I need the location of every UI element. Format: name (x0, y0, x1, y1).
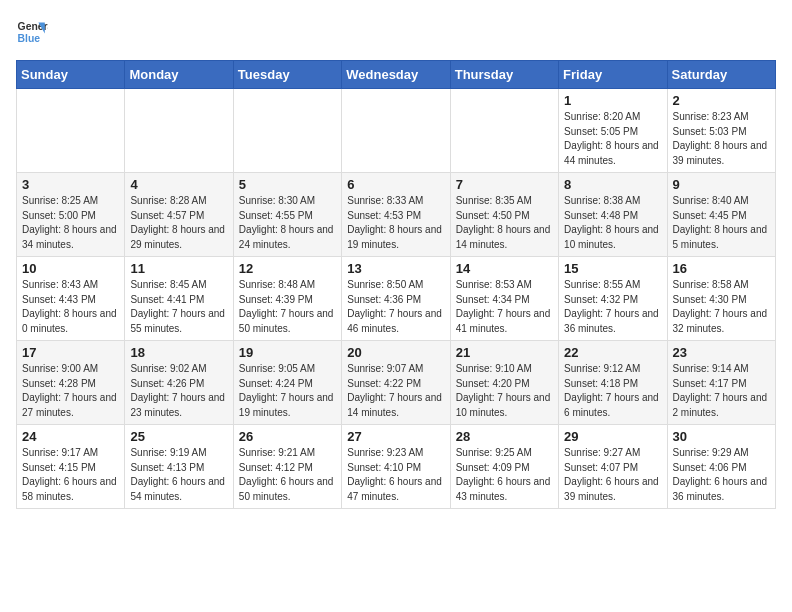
calendar-cell: 16Sunrise: 8:58 AMSunset: 4:30 PMDayligh… (667, 257, 775, 341)
calendar-cell: 27Sunrise: 9:23 AMSunset: 4:10 PMDayligh… (342, 425, 450, 509)
svg-text:Blue: Blue (18, 33, 41, 44)
day-info: Sunrise: 9:21 AMSunset: 4:12 PMDaylight:… (239, 447, 334, 502)
day-number: 25 (130, 429, 227, 444)
day-number: 9 (673, 177, 770, 192)
day-info: Sunrise: 8:35 AMSunset: 4:50 PMDaylight:… (456, 195, 551, 250)
calendar-cell: 5Sunrise: 8:30 AMSunset: 4:55 PMDaylight… (233, 173, 341, 257)
day-number: 27 (347, 429, 444, 444)
day-info: Sunrise: 8:33 AMSunset: 4:53 PMDaylight:… (347, 195, 442, 250)
day-info: Sunrise: 9:10 AMSunset: 4:20 PMDaylight:… (456, 363, 551, 418)
day-info: Sunrise: 9:02 AMSunset: 4:26 PMDaylight:… (130, 363, 225, 418)
day-number: 6 (347, 177, 444, 192)
page-header: General Blue (16, 16, 776, 48)
day-info: Sunrise: 8:25 AMSunset: 5:00 PMDaylight:… (22, 195, 117, 250)
calendar-cell: 29Sunrise: 9:27 AMSunset: 4:07 PMDayligh… (559, 425, 667, 509)
calendar-cell: 3Sunrise: 8:25 AMSunset: 5:00 PMDaylight… (17, 173, 125, 257)
calendar-cell: 2Sunrise: 8:23 AMSunset: 5:03 PMDaylight… (667, 89, 775, 173)
day-info: Sunrise: 8:53 AMSunset: 4:34 PMDaylight:… (456, 279, 551, 334)
day-number: 2 (673, 93, 770, 108)
day-info: Sunrise: 9:25 AMSunset: 4:09 PMDaylight:… (456, 447, 551, 502)
calendar-cell: 30Sunrise: 9:29 AMSunset: 4:06 PMDayligh… (667, 425, 775, 509)
day-number: 12 (239, 261, 336, 276)
day-number: 16 (673, 261, 770, 276)
day-info: Sunrise: 9:14 AMSunset: 4:17 PMDaylight:… (673, 363, 768, 418)
day-number: 21 (456, 345, 553, 360)
day-info: Sunrise: 9:27 AMSunset: 4:07 PMDaylight:… (564, 447, 659, 502)
day-info: Sunrise: 8:43 AMSunset: 4:43 PMDaylight:… (22, 279, 117, 334)
day-number: 23 (673, 345, 770, 360)
calendar-week-row: 10Sunrise: 8:43 AMSunset: 4:43 PMDayligh… (17, 257, 776, 341)
day-info: Sunrise: 8:45 AMSunset: 4:41 PMDaylight:… (130, 279, 225, 334)
calendar-cell: 17Sunrise: 9:00 AMSunset: 4:28 PMDayligh… (17, 341, 125, 425)
calendar-week-row: 24Sunrise: 9:17 AMSunset: 4:15 PMDayligh… (17, 425, 776, 509)
calendar-cell: 12Sunrise: 8:48 AMSunset: 4:39 PMDayligh… (233, 257, 341, 341)
column-header-thursday: Thursday (450, 61, 558, 89)
day-info: Sunrise: 8:48 AMSunset: 4:39 PMDaylight:… (239, 279, 334, 334)
day-number: 24 (22, 429, 119, 444)
column-header-sunday: Sunday (17, 61, 125, 89)
day-info: Sunrise: 9:23 AMSunset: 4:10 PMDaylight:… (347, 447, 442, 502)
calendar-cell (125, 89, 233, 173)
day-number: 13 (347, 261, 444, 276)
calendar-cell: 1Sunrise: 8:20 AMSunset: 5:05 PMDaylight… (559, 89, 667, 173)
calendar-cell: 21Sunrise: 9:10 AMSunset: 4:20 PMDayligh… (450, 341, 558, 425)
day-info: Sunrise: 8:58 AMSunset: 4:30 PMDaylight:… (673, 279, 768, 334)
calendar-cell: 14Sunrise: 8:53 AMSunset: 4:34 PMDayligh… (450, 257, 558, 341)
day-number: 19 (239, 345, 336, 360)
calendar-cell (17, 89, 125, 173)
day-number: 15 (564, 261, 661, 276)
calendar-cell: 23Sunrise: 9:14 AMSunset: 4:17 PMDayligh… (667, 341, 775, 425)
day-info: Sunrise: 9:00 AMSunset: 4:28 PMDaylight:… (22, 363, 117, 418)
calendar-cell: 26Sunrise: 9:21 AMSunset: 4:12 PMDayligh… (233, 425, 341, 509)
day-number: 11 (130, 261, 227, 276)
day-info: Sunrise: 8:28 AMSunset: 4:57 PMDaylight:… (130, 195, 225, 250)
column-header-monday: Monday (125, 61, 233, 89)
calendar-header-row: SundayMondayTuesdayWednesdayThursdayFrid… (17, 61, 776, 89)
day-info: Sunrise: 8:23 AMSunset: 5:03 PMDaylight:… (673, 111, 768, 166)
column-header-saturday: Saturday (667, 61, 775, 89)
calendar-week-row: 1Sunrise: 8:20 AMSunset: 5:05 PMDaylight… (17, 89, 776, 173)
day-number: 10 (22, 261, 119, 276)
calendar-cell: 9Sunrise: 8:40 AMSunset: 4:45 PMDaylight… (667, 173, 775, 257)
day-number: 14 (456, 261, 553, 276)
day-info: Sunrise: 8:38 AMSunset: 4:48 PMDaylight:… (564, 195, 659, 250)
day-info: Sunrise: 9:19 AMSunset: 4:13 PMDaylight:… (130, 447, 225, 502)
calendar-cell: 18Sunrise: 9:02 AMSunset: 4:26 PMDayligh… (125, 341, 233, 425)
day-number: 20 (347, 345, 444, 360)
calendar-cell: 7Sunrise: 8:35 AMSunset: 4:50 PMDaylight… (450, 173, 558, 257)
column-header-tuesday: Tuesday (233, 61, 341, 89)
day-info: Sunrise: 9:05 AMSunset: 4:24 PMDaylight:… (239, 363, 334, 418)
calendar-cell: 10Sunrise: 8:43 AMSunset: 4:43 PMDayligh… (17, 257, 125, 341)
calendar-cell (342, 89, 450, 173)
day-info: Sunrise: 9:07 AMSunset: 4:22 PMDaylight:… (347, 363, 442, 418)
day-number: 18 (130, 345, 227, 360)
day-info: Sunrise: 8:40 AMSunset: 4:45 PMDaylight:… (673, 195, 768, 250)
calendar-cell: 4Sunrise: 8:28 AMSunset: 4:57 PMDaylight… (125, 173, 233, 257)
calendar-cell: 11Sunrise: 8:45 AMSunset: 4:41 PMDayligh… (125, 257, 233, 341)
day-info: Sunrise: 8:30 AMSunset: 4:55 PMDaylight:… (239, 195, 334, 250)
day-number: 22 (564, 345, 661, 360)
day-number: 4 (130, 177, 227, 192)
logo: General Blue (16, 16, 48, 48)
day-number: 26 (239, 429, 336, 444)
day-number: 7 (456, 177, 553, 192)
calendar-cell: 15Sunrise: 8:55 AMSunset: 4:32 PMDayligh… (559, 257, 667, 341)
calendar-cell: 25Sunrise: 9:19 AMSunset: 4:13 PMDayligh… (125, 425, 233, 509)
logo-icon: General Blue (16, 16, 48, 48)
calendar-cell (233, 89, 341, 173)
day-number: 17 (22, 345, 119, 360)
calendar-cell: 28Sunrise: 9:25 AMSunset: 4:09 PMDayligh… (450, 425, 558, 509)
day-info: Sunrise: 8:20 AMSunset: 5:05 PMDaylight:… (564, 111, 659, 166)
calendar-cell: 6Sunrise: 8:33 AMSunset: 4:53 PMDaylight… (342, 173, 450, 257)
day-info: Sunrise: 9:29 AMSunset: 4:06 PMDaylight:… (673, 447, 768, 502)
day-info: Sunrise: 8:50 AMSunset: 4:36 PMDaylight:… (347, 279, 442, 334)
calendar-cell: 20Sunrise: 9:07 AMSunset: 4:22 PMDayligh… (342, 341, 450, 425)
calendar-cell: 8Sunrise: 8:38 AMSunset: 4:48 PMDaylight… (559, 173, 667, 257)
calendar-week-row: 3Sunrise: 8:25 AMSunset: 5:00 PMDaylight… (17, 173, 776, 257)
day-info: Sunrise: 9:12 AMSunset: 4:18 PMDaylight:… (564, 363, 659, 418)
column-header-friday: Friday (559, 61, 667, 89)
calendar-cell: 22Sunrise: 9:12 AMSunset: 4:18 PMDayligh… (559, 341, 667, 425)
day-number: 5 (239, 177, 336, 192)
calendar-cell: 19Sunrise: 9:05 AMSunset: 4:24 PMDayligh… (233, 341, 341, 425)
day-info: Sunrise: 8:55 AMSunset: 4:32 PMDaylight:… (564, 279, 659, 334)
